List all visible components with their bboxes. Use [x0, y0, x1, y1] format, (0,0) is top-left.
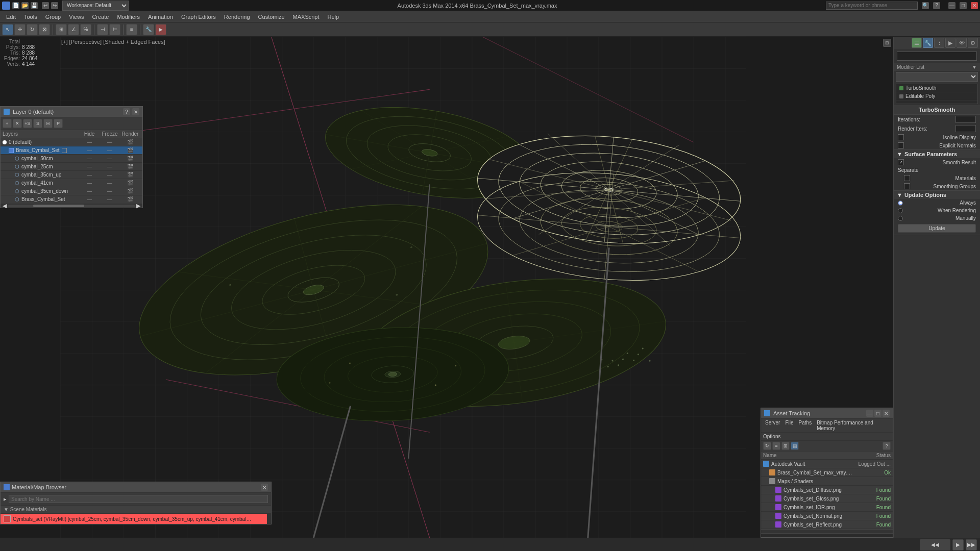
render-setup-btn[interactable]: 🔧: [143, 24, 154, 35]
toolbar-btn-new[interactable]: 📄: [12, 2, 19, 9]
layer-row-cymbal25[interactable]: ⬡ cymbal_25cm — — 🎬: [1, 163, 142, 171]
scroll-right-btn[interactable]: ▶: [135, 203, 141, 209]
asset-menu-file[interactable]: File: [783, 420, 795, 431]
update-options-title[interactable]: ▼ Update Options: [894, 191, 980, 199]
layer-row-cymbal35up[interactable]: ⬡ cymbal_35cm_up — — 🎬: [1, 171, 142, 179]
help-btn[interactable]: ?: [933, 2, 940, 9]
toolbar-btn-save[interactable]: 💾: [31, 2, 38, 9]
menu-create[interactable]: Create: [88, 11, 113, 22]
layer-row-default[interactable]: 0 (default) — — 🎬: [1, 138, 142, 146]
modify-icon[interactable]: 🔧: [923, 38, 933, 48]
menu-rendering[interactable]: Rendering: [220, 11, 254, 22]
iterations-input[interactable]: 0: [955, 116, 976, 123]
object-name-input[interactable]: cymbal_41cm: [897, 52, 977, 61]
asset-scrollbars[interactable]: [761, 529, 893, 533]
snap-btn[interactable]: ⊞: [56, 24, 67, 35]
asset-close-btn[interactable]: ✕: [883, 410, 890, 417]
layer-select-btn[interactable]: S: [33, 119, 42, 128]
asset-menu-server[interactable]: Server: [763, 420, 782, 431]
smoothing-groups-checkbox[interactable]: [904, 183, 910, 189]
scene-materials-header[interactable]: ▼ Scene Materials: [1, 506, 271, 514]
modifier-dropdown[interactable]: [896, 72, 978, 82]
layer-checkbox[interactable]: [62, 148, 67, 153]
editable-poly-stack-item[interactable]: Editable Poly: [896, 92, 977, 101]
render-btn[interactable]: ▶: [155, 24, 166, 35]
asset-row-max-file[interactable]: Brass_Cymbal_Set_max_vray.max Ok: [761, 468, 893, 477]
asset-row-gloss[interactable]: Cymbals_set_Gloss.png Found: [761, 494, 893, 503]
when-rendering-radio[interactable]: [898, 208, 903, 213]
layer-row-cymbal41[interactable]: ⬡ cymbal_41cm — — 🎬: [1, 179, 142, 187]
rotate-btn[interactable]: ↻: [27, 24, 38, 35]
angle-snap-btn[interactable]: ∠: [68, 24, 79, 35]
minimize-btn[interactable]: —: [948, 2, 955, 9]
time-slider-btn[interactable]: ◀◀: [920, 539, 950, 550]
undo-btn[interactable]: ↩: [42, 2, 49, 9]
material-search-input[interactable]: [9, 495, 268, 503]
update-button[interactable]: Update: [898, 224, 976, 233]
layer-help-btn[interactable]: ?: [123, 108, 130, 115]
layer-properties-btn[interactable]: P: [54, 119, 63, 128]
asset-min-btn[interactable]: —: [866, 410, 873, 417]
display-icon[interactable]: 👁: [957, 38, 967, 48]
asset-help-btn[interactable]: ?: [883, 442, 891, 450]
asset-refresh-btn[interactable]: ↻: [763, 442, 771, 450]
layer-close-btn[interactable]: ✕: [132, 108, 139, 115]
asset-row-reflect[interactable]: Cymbals_set_Reflect.png Found: [761, 520, 893, 529]
layer-row-brass-set[interactable]: Brass_Cymbal_Set — — 🎬: [1, 146, 142, 155]
layer-delete-btn[interactable]: ✕: [13, 119, 22, 128]
isoline-checkbox[interactable]: [898, 134, 904, 140]
always-radio[interactable]: [898, 201, 903, 206]
hierarchy-icon[interactable]: ⋮: [934, 38, 944, 48]
layer-scrollbar[interactable]: ◀ ▶: [1, 204, 142, 208]
layer-new-btn[interactable]: +: [3, 119, 12, 128]
asset-list-btn[interactable]: ≡: [772, 442, 780, 450]
menu-customize[interactable]: Customize: [254, 11, 289, 22]
viewport-maximize-btn[interactable]: ⊞: [883, 39, 891, 47]
asset-menu-bitmap[interactable]: Bitmap Performance and Memory: [815, 420, 891, 431]
asset-row-maps[interactable]: Maps / Shaders: [761, 477, 893, 486]
viewport-controls[interactable]: ⊞: [883, 39, 891, 47]
close-btn[interactable]: ✕: [971, 2, 978, 9]
search-btn[interactable]: 🔍: [922, 2, 929, 9]
asset-options-row[interactable]: Options: [761, 433, 893, 441]
motion-icon[interactable]: ▶: [945, 38, 955, 48]
layer-row-cymbal50[interactable]: ⬡ cymbal_50cm — — 🎬: [1, 155, 142, 163]
turbosmooth-stack-item[interactable]: TurboSmooth: [896, 84, 977, 92]
asset-detail-btn[interactable]: ▤: [791, 442, 799, 450]
percent-snap-btn[interactable]: %: [80, 24, 91, 35]
menu-tools[interactable]: Tools: [20, 11, 41, 22]
redo-btn[interactable]: ↪: [51, 2, 58, 9]
align-btn[interactable]: ⊨: [109, 24, 120, 35]
material-close-btn[interactable]: ✕: [261, 484, 268, 491]
material-item-cymbals[interactable]: Cymbals_set (VRayMtl) [cymbal_25cm, cymb…: [1, 514, 271, 524]
surface-params-title[interactable]: ▼ Surface Parameters: [894, 150, 980, 158]
layer-btn[interactable]: ≡: [126, 24, 137, 35]
scale-btn[interactable]: ⊠: [39, 24, 50, 35]
asset-grid-btn[interactable]: ⊞: [781, 442, 790, 450]
maximize-btn[interactable]: □: [960, 2, 967, 9]
smooth-result-checkbox[interactable]: [898, 159, 904, 165]
explicit-normals-checkbox[interactable]: [898, 142, 904, 148]
asset-max-btn[interactable]: □: [874, 410, 881, 417]
menu-modifiers[interactable]: Modifiers: [113, 11, 144, 22]
menu-edit[interactable]: Edit: [2, 11, 20, 22]
move-btn[interactable]: ✛: [14, 24, 26, 35]
menu-group[interactable]: Group: [41, 11, 65, 22]
layer-highlight-btn[interactable]: H: [43, 119, 53, 128]
asset-hscrollbar[interactable]: [761, 533, 893, 537]
asset-menu-paths[interactable]: Paths: [797, 420, 814, 431]
scroll-left-btn[interactable]: ◀: [2, 203, 8, 209]
menu-animation[interactable]: Animation: [144, 11, 177, 22]
mirror-btn[interactable]: ⊣: [97, 24, 108, 35]
layer-add-selection-btn[interactable]: +S: [23, 119, 32, 128]
forward-btn[interactable]: ▶▶: [966, 539, 977, 550]
asset-row-ior[interactable]: Cymbals_set_IOR.png Found: [761, 503, 893, 512]
manually-radio[interactable]: [898, 216, 903, 221]
workspace-selector[interactable]: Workspace: Default: [62, 1, 129, 11]
utilities-icon[interactable]: ⚙: [968, 38, 978, 48]
menu-help[interactable]: Help: [324, 11, 344, 22]
asset-row-normal[interactable]: Cymbals_set_Normal.png Found: [761, 512, 893, 520]
material-scrollbar[interactable]: [267, 514, 271, 524]
materials-checkbox[interactable]: [904, 175, 910, 181]
asset-row-diffuse[interactable]: Cymbals_set_Diffuse.png Found: [761, 486, 893, 494]
